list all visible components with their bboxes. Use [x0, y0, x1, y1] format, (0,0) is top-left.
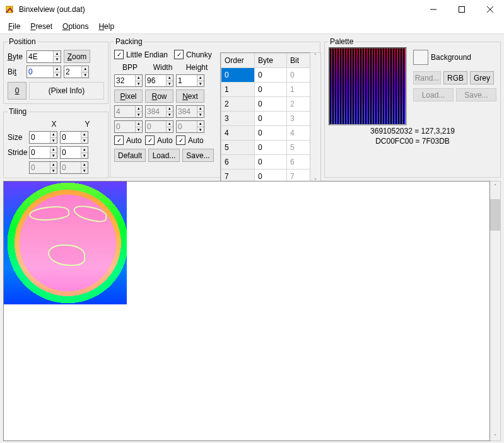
bit-input[interactable]: ▲▼ — [26, 66, 61, 78]
decoded-image — [4, 181, 127, 304]
table-row[interactable]: 101 — [221, 83, 310, 97]
palette-save-button: Save... — [456, 88, 496, 101]
chevron-up-icon[interactable]: ˄ — [314, 53, 317, 59]
byte-label: Byte — [8, 52, 24, 61]
window-controls — [419, 0, 504, 19]
stride-label: Stride — [8, 148, 26, 157]
chevron-down-icon[interactable]: ˅ — [494, 432, 496, 440]
size-label: Size — [8, 133, 26, 142]
tiling-y-label: Y — [71, 120, 104, 129]
preview-scrollbar[interactable]: ˄ ˅ — [490, 181, 501, 441]
background-label: Background — [431, 53, 471, 62]
packing-group: Packing ✓Little Endian ✓Chunky BPP Width… — [110, 37, 320, 178]
table-row[interactable]: 000 — [221, 68, 310, 83]
tiling-auto-x: ▲▼ — [29, 161, 57, 174]
packing-save-button[interactable]: Save... — [182, 149, 214, 162]
table-row[interactable]: 303 — [221, 112, 310, 126]
rgb-button[interactable]: RGB — [443, 71, 467, 84]
height-input[interactable]: ▲▼ — [176, 74, 204, 87]
window-titlebar: Binxelview (out.dat) — [0, 0, 504, 20]
close-button[interactable] — [476, 0, 504, 19]
spin-up-icon[interactable]: ▲ — [54, 51, 61, 57]
row-bytes: ▲▼ — [145, 105, 173, 118]
menu-preset[interactable]: Preset — [25, 21, 57, 32]
bit-extra-input[interactable]: ▲▼ — [64, 66, 89, 78]
packing-load-button[interactable]: Load... — [148, 149, 180, 162]
bit-label: Bit — [8, 67, 24, 76]
grey-button[interactable]: Grey — [470, 71, 494, 84]
width-label: Width — [146, 63, 180, 72]
zoom-button[interactable]: Zoom — [64, 50, 90, 63]
pixel-bytes: ▲▼ — [114, 105, 143, 118]
background-swatch[interactable] — [413, 50, 428, 65]
table-row[interactable]: 505 — [221, 141, 310, 155]
next-bits: ▲▼ — [176, 120, 204, 133]
row-button[interactable]: Row — [145, 89, 173, 103]
next-bytes: ▲▼ — [176, 105, 204, 118]
zero-button[interactable]: 0 — [8, 82, 26, 100]
pixel-button[interactable]: Pixel — [114, 89, 143, 103]
app-icon — [4, 4, 15, 14]
byte-input[interactable]: ▲▼ — [26, 50, 61, 63]
menu-help[interactable]: Help — [93, 21, 119, 32]
window-title: Binxelview (out.dat) — [19, 5, 419, 14]
bpp-label: BPP — [114, 63, 146, 72]
stride-x-input[interactable]: ▲▼ — [29, 146, 57, 159]
table-row[interactable]: 202 — [221, 97, 310, 112]
height-label: Height — [180, 63, 214, 72]
pixel-bits: ▲▼ — [114, 120, 143, 133]
next-button[interactable]: Next — [176, 89, 204, 103]
palette-info-1: 3691052032 = 127,3,219 — [329, 127, 496, 135]
auto-pixel-checkbox[interactable]: ✓Auto — [114, 135, 143, 145]
bit-table-scrollbar[interactable]: ˄ ˅ — [310, 52, 321, 184]
table-row[interactable]: 606 — [221, 155, 310, 170]
palette-legend: Palette — [329, 37, 355, 46]
bit-table[interactable]: Order Byte Bit 000 101 202 303 404 505 6… — [220, 52, 311, 185]
position-legend: Position — [8, 37, 37, 46]
size-x-input[interactable]: ▲▼ — [29, 131, 57, 144]
tiling-group: Tiling X Y Size ▲▼ ▲▼ Stride ▲▼ ▲▼ — [3, 107, 108, 178]
rand-button: Rand... — [413, 71, 441, 84]
bpp-input[interactable]: ▲▼ — [114, 74, 143, 87]
auto-next-checkbox[interactable]: ✓Auto — [176, 135, 204, 145]
size-y-input[interactable]: ▲▼ — [60, 131, 88, 144]
minimize-button[interactable] — [419, 0, 447, 19]
menu-file[interactable]: File — [3, 21, 25, 32]
little-endian-checkbox[interactable]: ✓Little Endian — [114, 50, 168, 59]
stride-y-input[interactable]: ▲▼ — [60, 146, 88, 159]
table-row[interactable]: 404 — [221, 126, 310, 141]
tiling-x-label: X — [37, 120, 71, 129]
palette-load-button: Load... — [413, 88, 454, 101]
palette-preview[interactable] — [329, 47, 407, 125]
pixel-info: (Pixel Info) — [29, 82, 104, 100]
col-byte: Byte — [255, 54, 287, 68]
packing-legend: Packing — [114, 37, 144, 46]
maximize-button[interactable] — [447, 0, 476, 19]
scrollbar-thumb[interactable] — [490, 199, 500, 231]
col-order: Order — [221, 54, 255, 68]
chunky-checkbox[interactable]: ✓Chunky — [174, 50, 212, 59]
row-bits: ▲▼ — [145, 120, 173, 133]
chevron-up-icon[interactable]: ˄ — [494, 181, 496, 190]
position-group: Position Byte ▲▼ Zoom Bit ▲▼ — [3, 37, 108, 104]
tiling-legend: Tiling — [8, 107, 28, 116]
default-button[interactable]: Default — [114, 149, 146, 162]
preview-pane[interactable] — [3, 181, 490, 441]
col-bit: Bit — [287, 54, 310, 68]
auto-row-checkbox[interactable]: ✓Auto — [145, 135, 173, 145]
tiling-auto-y: ▲▼ — [60, 161, 88, 174]
width-input[interactable]: ▲▼ — [145, 74, 173, 87]
svg-rect-2 — [459, 7, 464, 13]
palette-info-2: DC00FC00 = 7F03DB — [329, 137, 496, 146]
palette-group: Palette Background Rand... RGB Grey — [324, 37, 501, 178]
menubar: File Preset Options Help — [0, 20, 504, 34]
spin-down-icon[interactable]: ▼ — [54, 57, 61, 62]
menu-options[interactable]: Options — [57, 21, 93, 32]
